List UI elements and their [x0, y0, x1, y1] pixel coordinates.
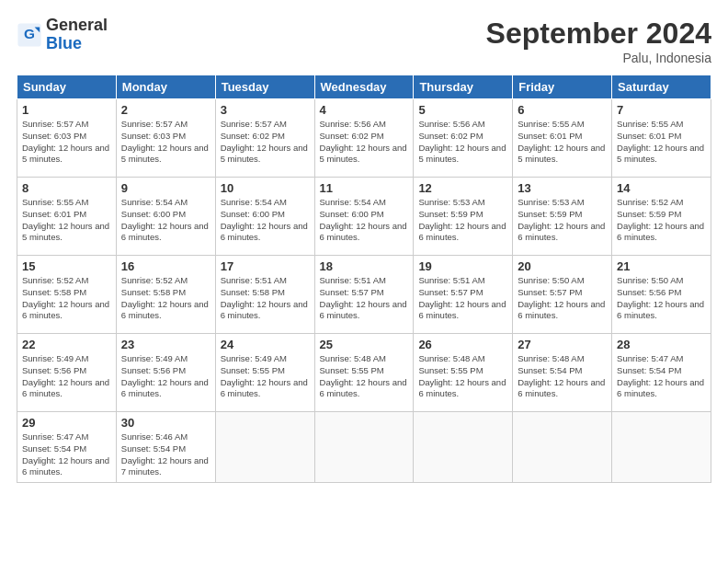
day-number: 9 [121, 181, 210, 195]
day-number: 17 [221, 259, 310, 273]
header-friday: Friday [513, 75, 612, 99]
day-info: Sunrise: 5:57 AMSunset: 6:02 PMDaylight:… [221, 119, 308, 164]
table-row: 23 Sunrise: 5:49 AMSunset: 5:56 PMDaylig… [116, 334, 215, 412]
table-row: 7 Sunrise: 5:55 AMSunset: 6:01 PMDayligh… [612, 99, 711, 178]
day-number: 28 [617, 338, 706, 351]
table-row [414, 412, 513, 483]
day-info: Sunrise: 5:52 AMSunset: 5:58 PMDaylight:… [121, 275, 209, 320]
table-row: 19 Sunrise: 5:51 AMSunset: 5:57 PMDaylig… [414, 256, 513, 334]
day-number: 8 [22, 181, 111, 195]
day-info: Sunrise: 5:52 AMSunset: 5:59 PMDaylight:… [617, 197, 704, 242]
table-row: 18 Sunrise: 5:51 AMSunset: 5:57 PMDaylig… [314, 256, 414, 334]
table-row [513, 412, 612, 483]
calendar-page: G General Blue September 2024 Palu, Indo… [0, 0, 728, 563]
day-info: Sunrise: 5:53 AMSunset: 5:59 PMDaylight:… [518, 197, 605, 242]
header-monday: Monday [116, 75, 215, 99]
table-row [612, 412, 711, 483]
table-row: 30 Sunrise: 5:46 AMSunset: 5:54 PMDaylig… [116, 412, 215, 483]
day-info: Sunrise: 5:46 AMSunset: 5:54 PMDaylight:… [121, 431, 209, 477]
day-number: 14 [617, 181, 706, 195]
day-number: 15 [22, 259, 111, 273]
title-block: September 2024 Palu, Indonesia [486, 17, 711, 65]
table-row: 3 Sunrise: 5:57 AMSunset: 6:02 PMDayligh… [215, 99, 314, 178]
day-info: Sunrise: 5:57 AMSunset: 6:03 PMDaylight:… [121, 119, 209, 164]
day-number: 5 [418, 103, 507, 117]
day-info: Sunrise: 5:48 AMSunset: 5:54 PMDaylight:… [518, 353, 605, 398]
table-row: 22 Sunrise: 5:49 AMSunset: 5:56 PMDaylig… [17, 334, 117, 412]
day-info: Sunrise: 5:54 AMSunset: 6:00 PMDaylight:… [221, 197, 308, 242]
logo-general: General [46, 17, 108, 35]
day-number: 13 [518, 181, 607, 195]
table-row: 10 Sunrise: 5:54 AMSunset: 6:00 PMDaylig… [215, 178, 314, 256]
table-row: 15 Sunrise: 5:52 AMSunset: 5:58 PMDaylig… [17, 256, 117, 334]
logo-text: General Blue [46, 17, 108, 53]
table-row: 5 Sunrise: 5:56 AMSunset: 6:02 PMDayligh… [414, 99, 513, 178]
day-info: Sunrise: 5:47 AMSunset: 5:54 PMDaylight:… [617, 353, 704, 398]
day-number: 27 [518, 338, 607, 351]
day-number: 3 [221, 103, 310, 117]
logo-blue: Blue [46, 35, 108, 53]
day-info: Sunrise: 5:54 AMSunset: 6:00 PMDaylight:… [320, 197, 407, 242]
day-info: Sunrise: 5:50 AMSunset: 5:57 PMDaylight:… [518, 275, 605, 320]
day-number: 11 [320, 181, 409, 195]
day-number: 26 [418, 338, 507, 351]
day-number: 4 [320, 103, 409, 117]
logo-icon: G [17, 22, 42, 48]
header-wednesday: Wednesday [314, 75, 414, 99]
table-row: 29 Sunrise: 5:47 AMSunset: 5:54 PMDaylig… [17, 412, 117, 483]
table-row: 6 Sunrise: 5:55 AMSunset: 6:01 PMDayligh… [513, 99, 612, 178]
header-thursday: Thursday [414, 75, 513, 99]
day-info: Sunrise: 5:49 AMSunset: 5:55 PMDaylight:… [221, 353, 308, 398]
table-row: 16 Sunrise: 5:52 AMSunset: 5:58 PMDaylig… [116, 256, 215, 334]
day-number: 25 [320, 338, 409, 351]
table-row: 12 Sunrise: 5:53 AMSunset: 5:59 PMDaylig… [414, 178, 513, 256]
table-row: 1 Sunrise: 5:57 AMSunset: 6:03 PMDayligh… [17, 99, 117, 178]
table-row: 9 Sunrise: 5:54 AMSunset: 6:00 PMDayligh… [116, 178, 215, 256]
table-row [314, 412, 414, 483]
day-info: Sunrise: 5:55 AMSunset: 6:01 PMDaylight:… [617, 119, 704, 164]
day-number: 20 [518, 259, 607, 273]
calendar-header-row: Sunday Monday Tuesday Wednesday Thursday… [17, 75, 711, 99]
header-sunday: Sunday [17, 75, 117, 99]
day-number: 12 [418, 181, 507, 195]
day-info: Sunrise: 5:53 AMSunset: 5:59 PMDaylight:… [418, 197, 506, 242]
table-row: 26 Sunrise: 5:48 AMSunset: 5:55 PMDaylig… [414, 334, 513, 412]
location: Palu, Indonesia [486, 51, 711, 65]
day-number: 24 [221, 338, 310, 351]
table-row: 24 Sunrise: 5:49 AMSunset: 5:55 PMDaylig… [215, 334, 314, 412]
day-number: 30 [121, 416, 210, 430]
table-row: 8 Sunrise: 5:55 AMSunset: 6:01 PMDayligh… [17, 178, 117, 256]
day-number: 29 [22, 416, 111, 430]
day-number: 7 [617, 103, 706, 117]
table-row: 28 Sunrise: 5:47 AMSunset: 5:54 PMDaylig… [612, 334, 711, 412]
table-row: 17 Sunrise: 5:51 AMSunset: 5:58 PMDaylig… [215, 256, 314, 334]
header-saturday: Saturday [612, 75, 711, 99]
table-row: 25 Sunrise: 5:48 AMSunset: 5:55 PMDaylig… [314, 334, 414, 412]
day-info: Sunrise: 5:49 AMSunset: 5:56 PMDaylight:… [121, 353, 209, 398]
day-info: Sunrise: 5:50 AMSunset: 5:56 PMDaylight:… [617, 275, 704, 320]
table-row: 27 Sunrise: 5:48 AMSunset: 5:54 PMDaylig… [513, 334, 612, 412]
table-row: 2 Sunrise: 5:57 AMSunset: 6:03 PMDayligh… [116, 99, 215, 178]
table-row: 13 Sunrise: 5:53 AMSunset: 5:59 PMDaylig… [513, 178, 612, 256]
page-header: G General Blue September 2024 Palu, Indo… [17, 17, 711, 65]
day-info: Sunrise: 5:49 AMSunset: 5:56 PMDaylight:… [22, 353, 109, 398]
day-number: 18 [320, 259, 409, 273]
day-number: 6 [518, 103, 607, 117]
day-info: Sunrise: 5:55 AMSunset: 6:01 PMDaylight:… [22, 197, 109, 242]
month-title: September 2024 [486, 17, 711, 51]
day-info: Sunrise: 5:51 AMSunset: 5:58 PMDaylight:… [221, 275, 308, 320]
header-tuesday: Tuesday [215, 75, 314, 99]
day-info: Sunrise: 5:54 AMSunset: 6:00 PMDaylight:… [121, 197, 209, 242]
day-info: Sunrise: 5:56 AMSunset: 6:02 PMDaylight:… [418, 119, 506, 164]
table-row: 11 Sunrise: 5:54 AMSunset: 6:00 PMDaylig… [314, 178, 414, 256]
day-info: Sunrise: 5:52 AMSunset: 5:58 PMDaylight:… [22, 275, 109, 320]
day-number: 1 [22, 103, 111, 117]
day-info: Sunrise: 5:57 AMSunset: 6:03 PMDaylight:… [22, 119, 109, 164]
day-number: 16 [121, 259, 210, 273]
table-row: 4 Sunrise: 5:56 AMSunset: 6:02 PMDayligh… [314, 99, 414, 178]
table-row: 21 Sunrise: 5:50 AMSunset: 5:56 PMDaylig… [612, 256, 711, 334]
day-info: Sunrise: 5:56 AMSunset: 6:02 PMDaylight:… [320, 119, 407, 164]
day-number: 19 [418, 259, 507, 273]
table-row: 20 Sunrise: 5:50 AMSunset: 5:57 PMDaylig… [513, 256, 612, 334]
calendar-table: Sunday Monday Tuesday Wednesday Thursday… [17, 75, 711, 483]
